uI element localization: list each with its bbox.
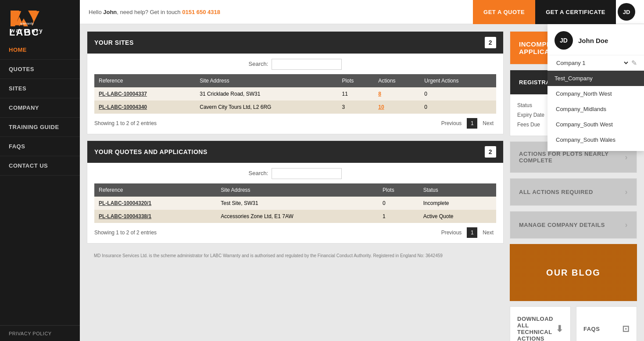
site-actions-link-2[interactable]: 10 — [378, 104, 384, 110]
sidebar-item-home[interactable]: HOME — [0, 40, 80, 60]
quotes-col-status: Status — [419, 183, 496, 197]
blog-card[interactable]: OUR BLOG — [510, 244, 637, 301]
sites-search-row: Search: — [94, 59, 496, 70]
svg-text:LABC: LABC — [9, 27, 39, 38]
quote-ref-link-2[interactable]: PL-LABC-10004338/1 — [99, 213, 151, 219]
nearly-complete-chevron: › — [625, 153, 628, 162]
quotes-card-body: Search: Reference Site Address Plots Sta… — [87, 163, 503, 243]
sites-search-input[interactable] — [272, 59, 342, 70]
sidebar-nav: HOME QUOTES SITES COMPANY TRAINING GUIDE… — [0, 40, 80, 325]
all-actions-chevron: › — [625, 187, 628, 197]
quotes-col-address: Site Address — [216, 183, 378, 197]
user-dropdown: JD John Doe Company 1 ✎ Test_Company Com… — [547, 24, 644, 151]
registration-status-label: Status — [517, 102, 532, 108]
user-dropdown-header: JD John Doe — [547, 31, 644, 55]
sites-prev-button[interactable]: Previous — [439, 119, 465, 127]
company-select-row[interactable]: Company 1 ✎ — [547, 55, 644, 71]
get-quote-button[interactable]: GET A QUOTE — [473, 0, 535, 24]
edit-company-icon[interactable]: ✎ — [631, 59, 637, 67]
svg-text:warranty: warranty — [20, 22, 34, 25]
quotes-prev-button[interactable]: Previous — [439, 229, 465, 237]
bottom-cards: DOWNLOAD ALL TECHNICAL ACTIONS ⬇ FAQS ⊡ — [510, 306, 637, 341]
quote-status-1: Incomplete — [419, 197, 496, 210]
dropdown-company-northwest[interactable]: Company_North West — [547, 86, 644, 101]
left-column: YOUR SITES 2 Search: Reference Site Addr… — [87, 31, 504, 341]
sidebar: warranty LABC warranty LABC HOME QUOTES … — [0, 0, 80, 341]
sites-table: Reference Site Address Plots Actions Urg… — [94, 74, 496, 114]
dropdown-user-name: John Doe — [578, 37, 608, 44]
quotes-col-plots: Plots — [378, 183, 419, 197]
faqs-card-title: FAQS — [583, 326, 600, 332]
sites-col-plots: Plots — [338, 74, 374, 87]
quote-address-1: Test Site, SW31 — [216, 197, 378, 210]
all-actions-card[interactable]: ALL ACTIONS REQUIRED › — [510, 178, 637, 206]
sites-page-number[interactable]: 1 — [467, 118, 477, 129]
quotes-search-input[interactable] — [272, 168, 342, 179]
sidebar-item-contact[interactable]: CONTACT US — [0, 156, 80, 176]
sites-col-urgent: Urgent Actions — [420, 74, 496, 87]
manage-company-chevron: › — [625, 220, 628, 230]
dropdown-company-southwest[interactable]: Company_South West — [547, 117, 644, 132]
dropdown-company-southwales[interactable]: Company_South Wales — [547, 132, 644, 147]
site-ref-link-2[interactable]: PL-LABC-10004340 — [99, 104, 147, 110]
site-address-2: Cavern City Tours Ltd, L2 6RG — [195, 101, 337, 114]
footer-text: MD Insurance Services Ltd. is the scheme… — [87, 250, 504, 262]
sites-pagination: Showing 1 to 2 of 2 entries Previous 1 N… — [94, 118, 496, 129]
manage-company-header[interactable]: MANAGE COMPANY DETAILS › — [510, 212, 637, 238]
sidebar-item-company[interactable]: COMPANY — [0, 98, 80, 118]
manage-company-title: MANAGE COMPANY DETAILS — [519, 222, 605, 228]
download-icon: ⬇ — [556, 323, 564, 334]
sites-col-ref: Reference — [94, 74, 195, 87]
sidebar-item-sites[interactable]: SITES — [0, 79, 80, 98]
sites-card-title: YOUR SITES — [94, 39, 134, 46]
site-plots-2: 3 — [338, 101, 374, 114]
quotes-page-number[interactable]: 1 — [467, 227, 477, 238]
logo[interactable]: warranty LABC warranty LABC — [7, 7, 60, 33]
quotes-card-header: YOUR QUOTES AND APPLICATIONS 2 — [87, 141, 503, 163]
sites-search-label: Search: — [249, 59, 268, 70]
registration-fees-label: Fees Due — [517, 122, 540, 128]
quotes-card: YOUR QUOTES AND APPLICATIONS 2 Search: R… — [87, 140, 504, 244]
dropdown-company-test[interactable]: Test_Company — [547, 71, 644, 86]
site-urgent-2: 0 — [420, 101, 496, 114]
site-ref-link-1[interactable]: PL-LABC-10004337 — [99, 91, 147, 97]
manage-company-card[interactable]: MANAGE COMPANY DETAILS › — [510, 211, 637, 239]
user-avatar-button[interactable]: JD — [618, 3, 635, 21]
quotes-search-label: Search: — [249, 168, 268, 179]
sites-next-button[interactable]: Next — [480, 119, 496, 127]
sidebar-item-quotes[interactable]: QUOTES — [0, 60, 80, 79]
all-actions-header[interactable]: ALL ACTIONS REQUIRED › — [510, 179, 637, 205]
quotes-next-button[interactable]: Next — [480, 229, 496, 237]
get-certificate-button[interactable]: GET A CERTIFICATE — [535, 0, 616, 24]
quotes-col-ref: Reference — [94, 183, 216, 197]
site-urgent-1: 0 — [420, 87, 496, 101]
table-row: PL-LABC-10004338/1 Accessories Zone Ltd,… — [94, 210, 496, 223]
site-plots-1: 11 — [338, 87, 374, 101]
sidebar-item-faqs[interactable]: FAQS — [0, 137, 80, 156]
main-area: Hello John, need help? Get in touch 0151… — [80, 0, 644, 341]
sites-card-count: 2 — [485, 37, 496, 48]
sidebar-bottom: PRIVACY POLICY TERMS OF USE — [0, 325, 80, 341]
quotes-card-count: 2 — [485, 146, 496, 158]
faqs-card[interactable]: FAQS ⊡ — [576, 306, 637, 341]
logo-area: warranty LABC warranty LABC — [0, 0, 80, 40]
table-row: PL-LABC-10004320/1 Test Site, SW31 0 Inc… — [94, 197, 496, 210]
quote-plots-2: 1 — [378, 210, 419, 223]
site-actions-link-1[interactable]: 8 — [378, 91, 381, 97]
topbar-username: John — [103, 9, 117, 15]
nearly-complete-title: ACTIONS FOR PLOTS NEARLY COMPLETE — [519, 151, 625, 164]
quote-address-2: Accessories Zone Ltd, E1 7AW — [216, 210, 378, 223]
download-actions-title: DOWNLOAD ALL TECHNICAL ACTIONS — [517, 316, 556, 341]
download-actions-card[interactable]: DOWNLOAD ALL TECHNICAL ACTIONS ⬇ — [510, 306, 571, 341]
topbar-phone[interactable]: 0151 650 4318 — [182, 9, 220, 15]
sites-col-actions: Actions — [374, 74, 420, 87]
dropdown-company-midlands[interactable]: Company_Midlands — [547, 101, 644, 117]
site-address-1: 31 Cricklade Road, SW31 — [195, 87, 337, 101]
quote-ref-link-1[interactable]: PL-LABC-10004320/1 — [99, 200, 151, 206]
all-actions-title: ALL ACTIONS REQUIRED — [519, 189, 593, 195]
table-row: PL-LABC-10004340 Cavern City Tours Ltd, … — [94, 101, 496, 114]
quote-plots-1: 0 — [378, 197, 419, 210]
sidebar-item-training[interactable]: TRAINING GUIDE — [0, 118, 80, 137]
company-select[interactable]: Company 1 — [555, 59, 630, 67]
sidebar-privacy-policy[interactable]: PRIVACY POLICY — [0, 326, 80, 341]
